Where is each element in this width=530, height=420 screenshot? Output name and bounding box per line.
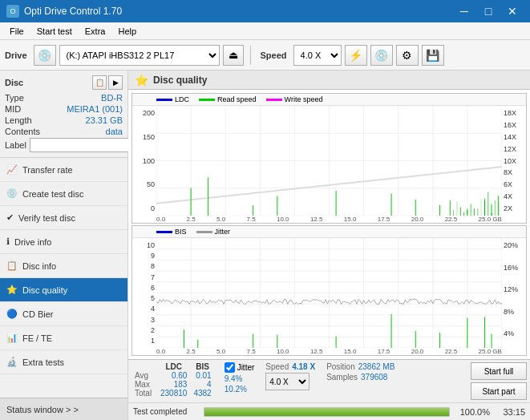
start-full-button[interactable]: Start full — [471, 362, 527, 380]
speed-row: Speed 4.18 X — [265, 362, 315, 371]
avg-bis: 0.01 — [190, 371, 214, 380]
legend-read-color — [199, 99, 215, 101]
sidebar-item-transfer-rate[interactable]: 📈 Transfer rate — [0, 158, 127, 182]
legend-bis-color — [156, 231, 172, 233]
chart2-y-axis-right: 20%16%12%8%4% — [502, 238, 526, 348]
sidebar-item-cd-bier[interactable]: 🔵 CD Bier — [0, 302, 127, 326]
samples-value: 379608 — [361, 373, 387, 382]
drive-label: Drive — [5, 50, 27, 60]
legend-read-label: Read speed — [217, 95, 257, 103]
drive-icon-button[interactable]: 💿 — [34, 45, 56, 66]
start-part-button[interactable]: Start part — [471, 382, 527, 400]
col-bis-header: BIS — [190, 362, 214, 371]
sidebar-item-create-test-disc[interactable]: 💿 Create test disc — [0, 182, 127, 206]
create-test-disc-label: Create test disc — [22, 189, 83, 199]
cd-bier-label: CD Bier — [22, 309, 54, 319]
maximize-button[interactable]: □ — [477, 3, 500, 19]
legend-write-color — [266, 99, 282, 101]
samples-label: Samples — [326, 373, 358, 382]
max-bis: 4 — [190, 380, 214, 389]
menu-start-test[interactable]: Start test — [30, 22, 79, 40]
legend-ldc-color — [156, 99, 172, 101]
speed-section: Speed 4.18 X 4.0 X — [265, 362, 315, 390]
legend-bis-label: BIS — [175, 228, 187, 236]
legend-write-speed: Write speed — [266, 95, 323, 103]
menu-extra[interactable]: Extra — [79, 22, 112, 40]
speed-icon-button[interactable]: ⚡ — [345, 45, 367, 66]
status-window-button[interactable]: Status window > > — [0, 398, 127, 420]
app-title: Opti Drive Control 1.70 — [24, 6, 122, 17]
sidebar-item-disc-quality[interactable]: ⭐ Disc quality — [0, 278, 127, 302]
drive-select[interactable]: (K:) ATAPI iHBS312 2 PL17 — [59, 45, 220, 66]
stats-avg-row: Avg 0.60 0.01 — [131, 371, 215, 380]
disc-length-value: 23.31 GB — [86, 115, 123, 125]
stats-section: LDC BIS Avg 0.60 0.01 Max 183 4 Total — [128, 360, 530, 402]
progress-percent: 100.0% — [456, 407, 490, 417]
sidebar-item-disc-info[interactable]: 📋 Disc info — [0, 254, 127, 278]
menu-bar: File Start test Extra Help — [0, 22, 530, 40]
main-area: Disc 📋 ▶ Type BD-R MID MEIRA1 (001) Leng… — [0, 71, 530, 420]
progress-status: Test completed — [133, 407, 197, 416]
menu-help[interactable]: Help — [111, 22, 143, 40]
disc-icon-btn-1[interactable]: 📋 — [92, 75, 107, 90]
save-button[interactable]: 💾 — [422, 45, 444, 66]
total-ldc: 230810 — [157, 389, 190, 398]
stats-total-row: Total 230810 4382 — [131, 389, 215, 398]
disc-mid-value: MEIRA1 (001) — [67, 104, 123, 114]
chart2-inner: 10987654321 20%16%12%8%4% — [132, 238, 526, 348]
minimize-button[interactable]: ─ — [453, 3, 475, 19]
title-bar: O Opti Drive Control 1.70 ─ □ ✕ — [0, 0, 530, 22]
chart1-inner: 200150100500 18X16X14X12X10X8X6X4X2X — [132, 106, 526, 216]
disc-label-row: Label 🔍 — [5, 138, 123, 152]
avg-ldc: 0.60 — [157, 371, 190, 380]
extra-tests-icon: 🔬 — [6, 357, 18, 367]
disc-contents-row: Contents data — [5, 127, 123, 136]
status-window-label: Status window > > — [6, 405, 79, 414]
chart1-canvas — [156, 106, 502, 216]
chart1-container: LDC Read speed Write speed 200150100500 — [131, 93, 527, 224]
disc-info-label: Disc info — [22, 261, 56, 271]
sidebar-item-verify-test-disc[interactable]: ✔ Verify test disc — [0, 206, 127, 230]
sidebar-item-fe-te[interactable]: 📊 FE / TE — [0, 326, 127, 350]
jitter-label: Jitter — [237, 363, 255, 372]
speed-select-stats[interactable]: 4.0 X — [265, 373, 310, 390]
position-value: 23862 MB — [358, 362, 395, 371]
total-bis: 4382 — [190, 389, 214, 398]
settings-button[interactable]: ⚙ — [396, 45, 419, 66]
progress-time: 33:15 — [496, 407, 525, 417]
stats-max-row: Max 183 4 — [131, 380, 215, 389]
samples-row: Samples 379608 — [326, 373, 394, 382]
legend-jitter: Jitter — [196, 228, 231, 236]
speed-select[interactable]: 4.0 X 8.0 X — [293, 45, 342, 66]
chart2-body — [156, 238, 502, 348]
disc-panel: Disc 📋 ▶ Type BD-R MID MEIRA1 (001) Leng… — [0, 71, 127, 158]
verify-test-disc-label: Verify test disc — [18, 213, 75, 223]
disc-button[interactable]: 💿 — [370, 45, 393, 66]
chart2-container: BIS Jitter 10987654321 20%16%12% — [131, 225, 527, 356]
disc-label-input[interactable] — [30, 138, 133, 152]
content-header-icon: ⭐ — [135, 74, 148, 87]
disc-panel-title: Disc — [5, 78, 23, 87]
eject-button[interactable]: ⏏ — [223, 45, 244, 66]
jitter-checkbox[interactable] — [225, 362, 235, 373]
legend-ldc-label: LDC — [175, 95, 189, 103]
transfer-rate-label: Transfer rate — [22, 165, 73, 175]
col-ldc-header: LDC — [157, 362, 190, 371]
legend-jitter-color — [196, 231, 212, 233]
toolbar-separator — [250, 46, 251, 65]
disc-icon-btn-2[interactable]: ▶ — [108, 75, 123, 90]
close-button[interactable]: ✕ — [501, 3, 524, 19]
disc-type-row: Type BD-R — [5, 93, 123, 103]
bottom-area: LDC BIS Avg 0.60 0.01 Max 183 4 Total — [128, 359, 530, 420]
menu-file[interactable]: File — [3, 22, 30, 40]
speed-label: Speed — [261, 50, 287, 60]
sidebar-item-drive-info[interactable]: ℹ Drive info — [0, 230, 127, 254]
stats-table: LDC BIS Avg 0.60 0.01 Max 183 4 Total — [131, 362, 215, 398]
sidebar-item-extra-tests[interactable]: 🔬 Extra tests — [0, 350, 127, 374]
chart1-y-axis-right: 18X16X14X12X10X8X6X4X2X — [502, 106, 526, 216]
drive-info-icon: ℹ — [6, 236, 10, 247]
action-buttons: Start full Start part — [471, 362, 527, 400]
content-header-title: Disc quality — [153, 75, 207, 86]
content-header: ⭐ Disc quality — [128, 71, 530, 90]
position-row: Position 23862 MB — [326, 362, 394, 371]
